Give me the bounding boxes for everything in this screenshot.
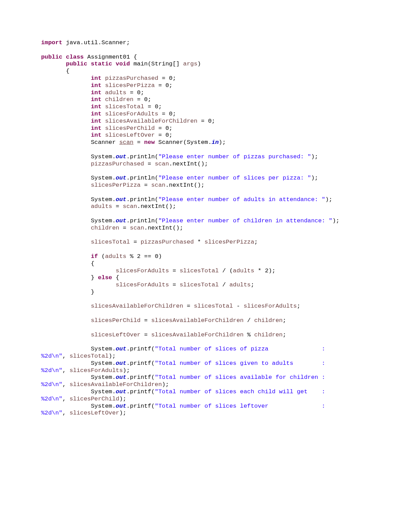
line: System.out.printf("Total number of slice… — [41, 346, 329, 359]
line: slicesForAdults = slicesTotal / (adults … — [41, 268, 276, 274]
line: System.out.println("Please enter number … — [41, 196, 332, 203]
line: int slicesPerChild = 0; — [41, 125, 173, 132]
line: int slicesPerPizza = 0; — [41, 82, 173, 89]
keyword-import: import — [41, 39, 62, 46]
line: import java.util.Scanner; — [41, 39, 130, 46]
line: } — [41, 289, 95, 295]
line: slicesLeftOver = slicesAvailableForChild… — [41, 332, 286, 338]
line: } else { — [41, 274, 119, 281]
line: System.out.println("Please enter number … — [41, 153, 318, 160]
line: int slicesTotal = 0; — [41, 103, 162, 110]
line: System.out.println("Please enter number … — [41, 175, 318, 181]
line: public static void main(String[] args) — [41, 61, 201, 67]
line: public class Assignment01 { — [41, 54, 137, 60]
line: int slicesLeftOver = 0; — [41, 132, 173, 138]
line: int slicesForAdults = 0; — [41, 111, 176, 117]
line: System.out.printf("Total number of slice… — [41, 374, 329, 388]
line: slicesPerPizza = scan.nextInt(); — [41, 182, 204, 188]
line: System.out.printf("Total number of slice… — [41, 388, 329, 402]
line: if (adults % 2 == 0) — [41, 253, 162, 260]
line: System.out.printf("Total number of slice… — [41, 403, 329, 417]
line: slicesPerChild = slicesAvailableForChild… — [41, 317, 286, 324]
line: { — [41, 68, 70, 74]
line: slicesForAdults = slicesTotal / adults; — [41, 282, 254, 288]
scan-variable: scan — [119, 139, 133, 146]
system-in: in — [212, 139, 219, 146]
line: int pizzasPurchased = 0; — [41, 75, 176, 82]
line: System.out.printf("Total number of slice… — [41, 360, 329, 374]
line: adults = scan.nextInt(); — [41, 203, 176, 210]
code-page: import java.util.Scanner; public class A… — [0, 0, 411, 532]
line: slicesAvailableForChildren = slicesTotal… — [41, 303, 300, 309]
line: int adults = 0; — [41, 89, 144, 96]
line: int children = 0; — [41, 96, 151, 103]
line: System.out.println("Please enter number … — [41, 218, 339, 224]
line: slicesTotal = pizzasPurchased * slicesPe… — [41, 239, 258, 245]
line: int slicesAvailableForChildren = 0; — [41, 118, 215, 124]
line: children = scan.nextInt(); — [41, 225, 183, 231]
line: Scanner scan = new Scanner(System.in); — [41, 139, 226, 146]
line: { — [41, 260, 95, 267]
line: pizzasPurchased = scan.nextInt(); — [41, 161, 208, 167]
